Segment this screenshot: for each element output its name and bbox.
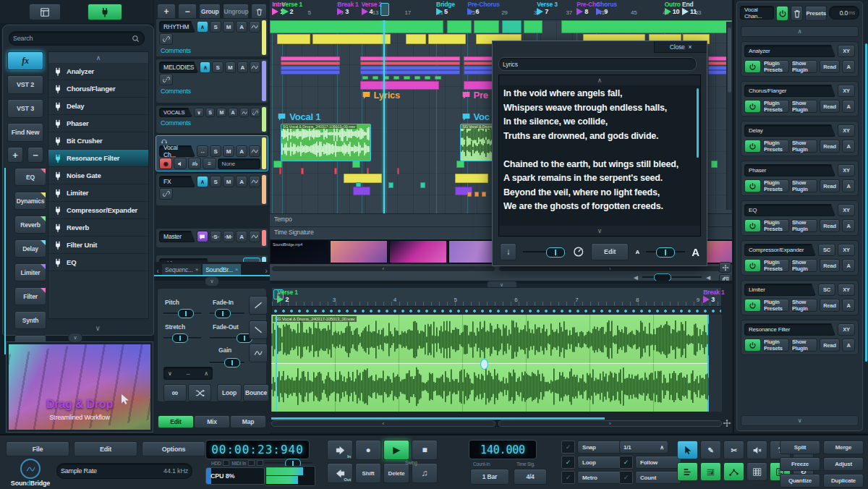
plugin-list-item[interactable]: Bit Crusher — [48, 132, 148, 150]
xy-button[interactable]: XY — [838, 124, 855, 137]
tabs-scroll-right[interactable]: › — [263, 267, 270, 275]
plugin-list-item[interactable]: Limiter — [48, 184, 148, 202]
clip[interactable] — [502, 20, 522, 33]
io-routing-button[interactable]: ↔ — [197, 145, 208, 157]
checkbox[interactable]: ✓ — [561, 441, 575, 454]
track-rhythm[interactable]: RHYTHM ∧ S M A Comments — [156, 18, 268, 57]
read-automation-button[interactable]: Read — [820, 60, 840, 73]
zoom-in-icon[interactable]: ◄ — [705, 273, 712, 281]
plugin-list-collapse[interactable]: ∧ — [48, 52, 148, 63]
video-thumbnail[interactable]: SoundBridge.mp4 — [271, 240, 328, 263]
solo-button[interactable]: S — [210, 176, 221, 187]
show-plugin-button[interactable]: Show Plugin — [791, 60, 817, 73]
punch-in-button[interactable]: In — [327, 440, 353, 460]
track-master[interactable]: Master ·S· ·M· A — [156, 228, 268, 248]
tempo-display[interactable]: 140.000 — [469, 440, 537, 459]
track-name-field[interactable]: Vocal Ch... — [159, 145, 195, 157]
browser-resize-handle[interactable]: ∨ — [68, 333, 82, 343]
category-item[interactable]: Synth — [14, 311, 46, 329]
automation-editor-button[interactable] — [723, 462, 744, 481]
timeline-marker[interactable]: Outro 10 — [665, 1, 681, 15]
stretch-slider[interactable] — [163, 333, 201, 342]
clip[interactable] — [281, 61, 340, 66]
read-automation-button[interactable]: Read — [820, 299, 840, 312]
track-name-field[interactable]: MELODIES — [159, 61, 198, 73]
arm-button[interactable]: A — [236, 145, 247, 157]
plugin-list-item[interactable]: Reverb — [48, 219, 148, 237]
automation-button[interactable]: A — [842, 299, 855, 312]
collapse-button[interactable]: ∧ — [197, 176, 208, 187]
remove-category-button[interactable]: − — [27, 147, 43, 163]
move-tool-button[interactable] — [719, 262, 731, 273]
arm-button[interactable]: A — [228, 108, 238, 117]
plugin-power-button[interactable] — [744, 219, 761, 232]
clip[interactable] — [273, 161, 282, 168]
clip[interactable] — [425, 76, 430, 80]
xy-button[interactable]: XY — [838, 284, 855, 296]
clip[interactable] — [270, 20, 443, 33]
zoom-slider[interactable] — [642, 273, 702, 281]
clip[interactable] — [464, 66, 493, 70]
category-item[interactable]: EQ — [14, 168, 46, 186]
fade-out-slider[interactable] — [210, 333, 244, 342]
clip-comment-label[interactable]: Voc — [461, 111, 490, 122]
scroll-speed-slider[interactable] — [523, 247, 566, 256]
pitch-button[interactable]: #♭ — [188, 158, 201, 169]
checkbox[interactable]: ✓ — [619, 456, 633, 469]
gain-slider[interactable] — [210, 358, 244, 367]
speed-dial-icon[interactable] — [573, 246, 584, 258]
plugin-list-item[interactable]: Phaser — [48, 115, 148, 132]
timeline-marker[interactable]: Pre-Chorus 6 — [467, 1, 499, 15]
clip[interactable] — [464, 70, 493, 75]
xy-button[interactable]: XY — [838, 244, 855, 256]
scroll-down-button[interactable]: ∨ — [499, 226, 700, 236]
collapse-button[interactable]: ∧ — [200, 61, 210, 73]
plugin-presets-button[interactable]: Plugin Presets — [763, 219, 789, 232]
action-button[interactable]: Merge — [823, 441, 864, 454]
track-name-field[interactable]: VOCALS — [159, 108, 192, 117]
scroll-up-button[interactable]: ∧ — [499, 75, 700, 85]
plugin-name-field[interactable]: Delay — [744, 124, 835, 137]
link-button[interactable] — [159, 74, 173, 85]
snap-mode-dropdown[interactable]: ∨ -- ∧ — [163, 367, 213, 380]
toggle-label-button[interactable]: Loop — [577, 456, 624, 469]
plugin-presets-button[interactable]: Plugin Presets — [763, 259, 789, 272]
menu-button[interactable]: Options — [142, 441, 205, 456]
mute-button[interactable]: M — [225, 61, 236, 73]
loop-toggle-button[interactable]: ∞ — [163, 384, 187, 401]
add-category-button[interactable]: + — [7, 147, 23, 163]
plugin-presets-button[interactable]: Plugin Presets — [763, 140, 789, 153]
clip[interactable] — [447, 20, 472, 33]
read-automation-button[interactable]: Read — [820, 140, 840, 153]
timeline-marker[interactable]: Bridge 5 — [436, 1, 455, 15]
clip[interactable] — [464, 56, 493, 61]
automation-button[interactable] — [249, 176, 260, 187]
automation-button[interactable] — [250, 61, 260, 73]
plugin-name-field[interactable]: Resonance Filter — [744, 323, 835, 336]
video-thumbnail[interactable] — [330, 240, 388, 263]
clip[interactable] — [334, 168, 336, 174]
plugin-presets-button[interactable]: Plugin Presets — [763, 179, 789, 192]
clip[interactable] — [397, 168, 399, 174]
plugin-presets-button[interactable]: Plugin Presets — [763, 100, 789, 113]
loop-button[interactable]: Loop — [217, 384, 242, 401]
plugin-power-button[interactable] — [744, 339, 761, 352]
close-window-button[interactable]: Close × — [654, 41, 707, 53]
layout-panel-button[interactable] — [29, 4, 61, 20]
timeline-marker[interactable]: Verse 2 4 — [362, 1, 382, 15]
collapse-button[interactable]: ∧ — [197, 21, 208, 33]
show-plugin-button[interactable]: Show Plugin — [791, 100, 817, 113]
track-fx[interactable]: FX ∧ S M A — [156, 173, 268, 206]
metronome-button[interactable]: ♫ — [412, 463, 438, 483]
collapse-button[interactable]: ∨ — [194, 108, 204, 117]
browser-tab[interactable]: VST 2 — [7, 75, 43, 94]
toggle-label-button[interactable]: Metro — [577, 471, 624, 484]
read-automation-button[interactable]: Read — [820, 339, 840, 352]
editor-ruler[interactable]: L 3456789 Verse 1 2 Break 1 3 — [271, 287, 722, 307]
toggle-label-button[interactable]: Follow — [635, 456, 681, 469]
edit-lyrics-button[interactable]: Edit — [591, 243, 629, 260]
fade-in-slider[interactable] — [210, 309, 244, 318]
plugin-list-item[interactable]: Filter Unit — [48, 237, 148, 254]
draw-tool-button[interactable]: ✎ — [700, 441, 721, 459]
comment-button[interactable] — [197, 231, 208, 242]
